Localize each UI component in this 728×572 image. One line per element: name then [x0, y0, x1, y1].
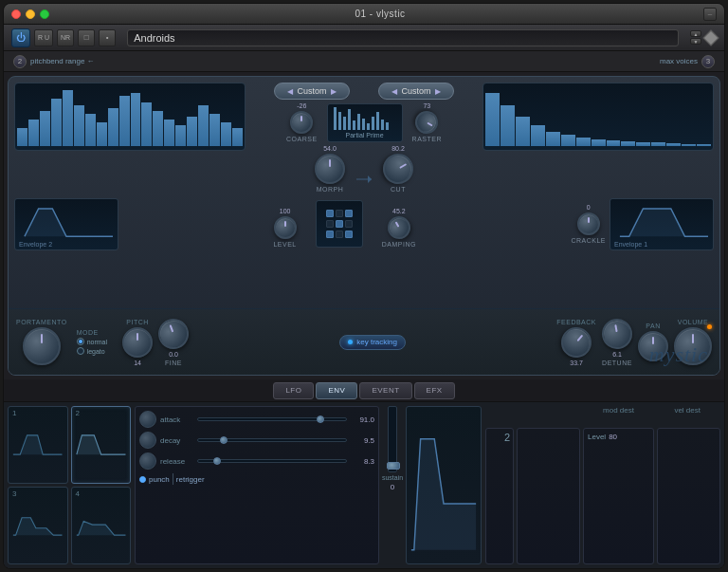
num-voices-label[interactable]: max voices	[660, 57, 698, 65]
attack-slider[interactable]	[197, 417, 347, 421]
toolbar-btn-sq[interactable]: □	[78, 29, 95, 46]
arrow-connector	[355, 170, 373, 193]
envelope1-box: Envelope 1	[610, 198, 714, 250]
detune-section: 6.1 DETUNE	[602, 319, 632, 366]
pitch-label: PITCH	[126, 319, 149, 325]
shape-4-number: 4	[76, 489, 80, 498]
custom-left-arrow-r: ▶	[331, 87, 337, 96]
num-voices-circle-button[interactable]: 3	[701, 55, 715, 68]
level-knob[interactable]	[274, 216, 297, 239]
feedback-knob[interactable]	[555, 321, 598, 363]
window-collapse-button[interactable]: –	[703, 8, 717, 21]
envelope-shape-2[interactable]: 2	[71, 406, 132, 484]
legato-radio-item[interactable]: legato	[77, 347, 107, 355]
crackle-knob[interactable]	[577, 212, 600, 235]
normal-radio-dot[interactable]	[77, 338, 84, 345]
attack-value: 91.0	[351, 415, 374, 424]
decay-knob[interactable]	[139, 432, 156, 449]
traffic-lights	[11, 9, 49, 19]
tab-lfo[interactable]: LFO	[273, 382, 314, 399]
minimize-button[interactable]	[26, 9, 35, 19]
crackle-label: CRACKLE	[571, 237, 606, 244]
release-thumb[interactable]	[213, 457, 221, 465]
pan-label: PAN	[646, 323, 660, 329]
preset-diamond-button[interactable]	[703, 29, 719, 46]
preset-nav-arrows: ▲ ▼	[690, 30, 701, 45]
morph-knob[interactable]	[315, 154, 345, 184]
power-button[interactable]: ⏻	[11, 28, 30, 47]
envelope-number-box: 2	[485, 428, 514, 564]
tab-event[interactable]: EVENT	[359, 382, 411, 399]
svg-marker-1	[368, 175, 372, 183]
key-tracking-button[interactable]: key tracking	[339, 335, 406, 350]
mod-dest-header: mod dest	[586, 406, 652, 425]
sustain-fader[interactable]	[388, 406, 397, 472]
custom-buttons-row: ◀ Custom ▶ ◀ Custom ▶	[274, 83, 454, 100]
maximize-button[interactable]	[40, 9, 49, 19]
custom-right-arrow: ◀	[391, 87, 397, 96]
preset-next-button[interactable]: ▼	[690, 38, 701, 45]
decay-thumb[interactable]	[220, 436, 228, 444]
punch-radio[interactable]	[139, 476, 146, 483]
release-knob[interactable]	[139, 452, 156, 470]
sustain-thumb[interactable]	[387, 462, 400, 470]
release-slider[interactable]	[197, 459, 347, 463]
pitch-knob[interactable]	[122, 327, 153, 358]
normal-radio-item[interactable]: normal	[77, 338, 107, 345]
detune-knob[interactable]	[599, 316, 634, 351]
pitch-value: 14	[134, 360, 141, 366]
raster-knob[interactable]	[411, 107, 443, 138]
damping-knob[interactable]	[383, 212, 414, 244]
damping-label: DAMPING	[382, 241, 416, 248]
attack-thumb[interactable]	[317, 415, 324, 423]
right-wave-bars	[483, 83, 713, 150]
pitchbend-circle-button[interactable]: 2	[13, 55, 27, 68]
custom-right-button[interactable]: ◀ Custom ▶	[378, 83, 454, 100]
custom-left-button[interactable]: ◀ Custom ▶	[274, 83, 350, 100]
coarse-knob[interactable]	[290, 111, 313, 134]
svg-marker-6	[16, 518, 54, 535]
gate-cell	[345, 210, 353, 217]
legato-radio-label: legato	[87, 348, 105, 355]
portamento-section: PORTAMENTO	[16, 319, 67, 365]
punch-label[interactable]: punch	[149, 475, 170, 484]
window-title: 01 - vlystic	[57, 9, 703, 19]
preset-name-display[interactable]: Androids	[127, 29, 679, 46]
raster-value: 73	[423, 102, 430, 109]
gate-cell	[345, 231, 353, 238]
shape-1-number: 1	[12, 409, 16, 417]
portamento-knob[interactable]	[23, 327, 61, 365]
toolbar-btn-dot[interactable]: •	[99, 29, 116, 46]
envelope-large-panel	[517, 428, 580, 564]
legato-radio-dot[interactable]	[77, 347, 84, 355]
envelope2-svg	[20, 204, 113, 241]
envelope1-svg	[615, 204, 708, 241]
tab-env[interactable]: ENV	[316, 382, 357, 399]
toolbar-btn-nr[interactable]: NR	[57, 29, 74, 46]
bottom-panel: 1 2 3	[4, 402, 724, 568]
level-label: LEVEL	[273, 241, 296, 248]
gate-cell	[326, 210, 334, 217]
fine-knob[interactable]	[155, 314, 193, 353]
toolbar-btn-r[interactable]: R U	[34, 29, 53, 46]
cut-knob[interactable]	[377, 148, 419, 190]
tabs-bar: LFO ENV EVENT EFX	[4, 379, 724, 402]
pitchbend-label[interactable]: pitchbend range ←	[30, 57, 95, 65]
envelope-shape-1[interactable]: 1	[8, 406, 68, 484]
retrigger-label[interactable]: retrigger	[176, 475, 205, 484]
envelope2-container: Envelope 2	[14, 198, 118, 250]
envelope-shape-4[interactable]: 4	[71, 487, 132, 564]
top-strip: 2 pitchbend range ← max voices 3	[4, 51, 724, 72]
envelope-shape-3[interactable]: 3	[8, 487, 68, 564]
gate-cell	[336, 210, 343, 217]
sustain-section: sustain 0	[383, 406, 402, 564]
envelope-number: 2	[504, 432, 510, 443]
decay-slider[interactable]	[197, 438, 347, 442]
mod-dest-value: 80	[609, 433, 617, 441]
preset-prev-button[interactable]: ▲	[690, 30, 701, 37]
attack-knob[interactable]	[139, 411, 156, 428]
release-row: release 8.3	[139, 452, 374, 470]
tab-efx[interactable]: EFX	[414, 382, 455, 399]
close-button[interactable]	[11, 9, 21, 19]
volume-led	[707, 324, 712, 329]
